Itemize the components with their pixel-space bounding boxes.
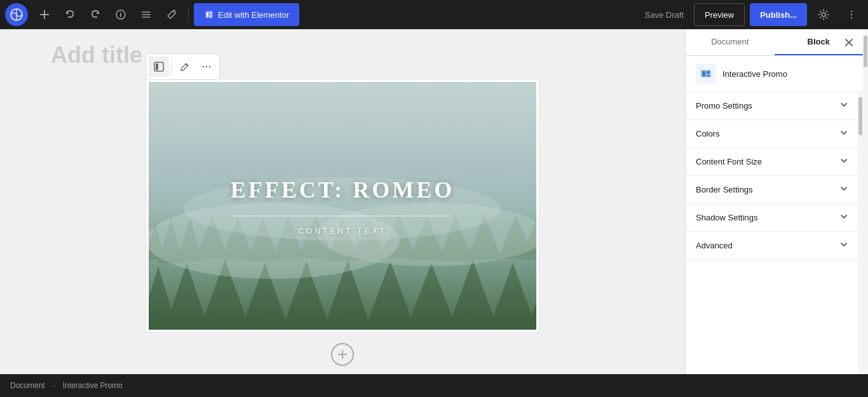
promo-divider <box>234 216 451 217</box>
promo-subtitle: CONTENT TEXT <box>187 227 498 236</box>
block-edit-button[interactable] <box>175 57 195 77</box>
accordion-font-size: Content Font Size <box>686 148 858 176</box>
font-size-label: Content Font Size <box>696 157 762 166</box>
accordion-border-settings: Border Settings <box>686 176 858 204</box>
preview-button[interactable]: Preview <box>694 3 745 26</box>
breadcrumb-current[interactable]: Interactive Promo <box>63 381 123 390</box>
chevron-down-icon <box>840 101 848 109</box>
accordion-font-size-header[interactable]: Content Font Size <box>686 148 858 175</box>
advanced-label: Advanced <box>696 241 733 250</box>
page-title[interactable]: Add title <box>51 42 142 69</box>
block-toolbar <box>146 53 220 80</box>
promo-settings-label: Promo Settings <box>696 101 752 111</box>
sidebar-close-button[interactable] <box>837 31 860 54</box>
colors-chevron <box>840 129 848 138</box>
info-button[interactable] <box>109 3 132 26</box>
sidebar-scrollbar[interactable] <box>858 92 863 374</box>
font-size-chevron <box>840 157 848 166</box>
svg-point-10 <box>851 14 852 15</box>
border-settings-chevron <box>840 185 848 194</box>
info-icon <box>116 10 126 20</box>
svg-rect-24 <box>707 71 710 74</box>
border-settings-label: Border Settings <box>696 185 753 194</box>
add-block-area <box>331 343 354 366</box>
tools-button[interactable] <box>160 3 183 26</box>
main-area: Add title <box>0 29 868 374</box>
block-type-icon <box>696 64 716 84</box>
gear-icon <box>818 9 829 20</box>
accordion-colors: Colors <box>686 120 858 148</box>
edit-icon <box>180 62 189 71</box>
sidebar-scrollbar-thumb <box>858 97 862 135</box>
add-circle-icon <box>336 348 349 361</box>
wp-icon <box>10 8 23 21</box>
accordion-border-settings-header[interactable]: Border Settings <box>686 176 858 203</box>
shadow-settings-label: Shadow Settings <box>696 213 758 222</box>
promo-content: EFFECT: ROMEO CONTENT TEXT <box>187 177 498 236</box>
elementor-btn-label: Edit with Elementor <box>218 10 289 20</box>
publish-button[interactable]: Publish... <box>750 3 807 26</box>
svg-rect-4 <box>205 11 213 18</box>
colors-label: Colors <box>696 129 720 138</box>
accordion-colors-header[interactable]: Colors <box>686 120 858 147</box>
advanced-chevron <box>840 241 848 250</box>
add-block-circle-button[interactable] <box>331 343 354 366</box>
save-draft-button[interactable]: Save Draft <box>640 10 689 20</box>
sidebar-header: Document Block <box>686 29 863 56</box>
block-type-name: Interactive Promo <box>722 69 787 79</box>
svg-point-9 <box>851 11 852 12</box>
svg-point-11 <box>851 17 852 18</box>
outer-scrollbar[interactable] <box>863 29 868 374</box>
chevron-down-icon-5 <box>840 213 848 220</box>
undo-button[interactable] <box>58 3 81 26</box>
outer-scrollbar-thumb <box>864 36 867 67</box>
svg-rect-7 <box>210 15 212 17</box>
editor-canvas[interactable]: Add title <box>0 29 685 374</box>
block-more-button[interactable] <box>196 57 217 77</box>
list-view-button[interactable] <box>135 3 158 26</box>
svg-rect-13 <box>156 64 158 70</box>
accordion-advanced-header[interactable]: Advanced <box>686 232 858 259</box>
svg-point-14 <box>203 66 204 67</box>
edit-with-elementor-button[interactable]: Edit with Elementor <box>194 3 299 26</box>
more-options-button[interactable] <box>840 3 863 26</box>
block-toolbar-divider <box>172 58 172 76</box>
toolbar-separator <box>188 7 189 22</box>
promo-settings-chevron <box>840 101 848 111</box>
undo-icon <box>65 10 75 20</box>
svg-rect-23 <box>702 71 705 76</box>
chevron-down-icon-3 <box>840 157 848 165</box>
svg-point-3 <box>120 12 121 13</box>
plus-icon <box>39 10 50 20</box>
toolbar-right: Save Draft Preview Publish... <box>640 3 863 26</box>
svg-rect-5 <box>207 12 208 17</box>
promo-title: EFFECT: ROMEO <box>187 177 498 203</box>
tab-document[interactable]: Document <box>686 29 775 55</box>
accordion-shadow-settings-header[interactable]: Shadow Settings <box>686 204 858 231</box>
promo-image: EFFECT: ROMEO CONTENT TEXT <box>149 82 536 330</box>
accordion-promo-settings-header[interactable]: Promo Settings <box>686 92 858 119</box>
breadcrumb-bar: Document → Interactive Promo <box>0 374 868 397</box>
block-select-button[interactable] <box>149 57 169 77</box>
block-container: EFFECT: ROMEO CONTENT TEXT <box>146 79 539 333</box>
select-icon <box>154 62 164 72</box>
add-block-toolbar-button[interactable] <box>33 3 56 26</box>
sidebar-scroll-area: Promo Settings Colors <box>686 92 863 374</box>
block-more-icon <box>202 62 211 71</box>
breadcrumb-root[interactable]: Document <box>10 381 45 390</box>
more-vertical-icon <box>846 10 857 20</box>
toolbar: Edit with Elementor Save Draft Preview P… <box>0 0 868 29</box>
wp-logo <box>5 3 28 26</box>
settings-button[interactable] <box>812 3 835 26</box>
accordion-shadow-settings: Shadow Settings <box>686 204 858 232</box>
accordion-promo-settings: Promo Settings <box>686 92 858 120</box>
svg-point-8 <box>822 13 825 17</box>
chevron-down-icon-6 <box>840 241 848 248</box>
list-icon <box>141 10 151 20</box>
shadow-settings-chevron <box>840 213 848 222</box>
redo-button[interactable] <box>84 3 107 26</box>
chevron-down-icon-2 <box>840 129 848 137</box>
elementor-icon <box>204 10 214 20</box>
close-icon <box>844 37 854 48</box>
tools-icon <box>166 10 177 20</box>
